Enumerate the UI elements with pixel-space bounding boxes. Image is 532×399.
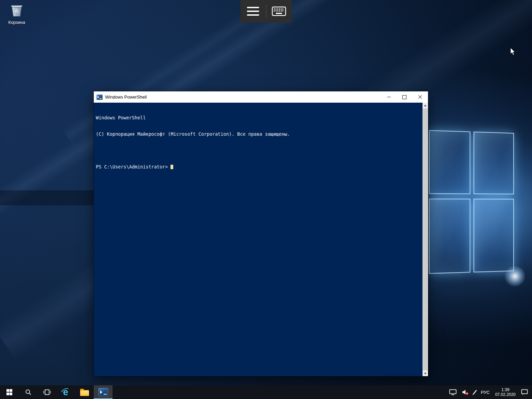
windows-logo-pane — [473, 132, 514, 194]
clock-time: 1:39 — [495, 387, 516, 392]
scroll-down-button[interactable] — [423, 371, 428, 376]
prompt-text: PS C:\Users\Administrator> — [96, 164, 168, 169]
start-button[interactable] — [0, 385, 19, 399]
language-indicator[interactable]: РУС — [481, 390, 490, 395]
console-line: (C) Корпорация Майкрософт (Microsoft Cor… — [96, 131, 420, 137]
console-scrollbar[interactable] — [423, 103, 428, 376]
action-center-button[interactable] — [521, 389, 528, 395]
taskbar: e РУС 1:39 07.02.2020 — [0, 385, 532, 399]
minimize-button[interactable] — [381, 91, 397, 103]
windows-logo — [429, 130, 516, 279]
volume-muted-icon — [462, 389, 469, 395]
prompt-line: PS C:\Users\Administrator> — [96, 164, 420, 169]
powershell-window: Windows PowerShell Windows PowerShell (C… — [94, 91, 428, 376]
recycle-bin-label: Корзина — [4, 20, 29, 25]
powershell-taskbar-icon — [99, 388, 108, 396]
windows-logo-flare — [504, 265, 526, 287]
windows-logo-pane — [429, 198, 470, 274]
console-toolbar — [240, 0, 292, 23]
windows-logo-pane — [473, 199, 514, 272]
powershell-titlebar[interactable]: Windows PowerShell — [94, 91, 428, 103]
folder-icon — [80, 390, 89, 396]
maximize-icon — [402, 95, 407, 99]
window-controls — [381, 91, 428, 103]
window-title: Windows PowerShell — [105, 94, 381, 100]
close-icon — [418, 95, 422, 99]
maximize-button[interactable] — [397, 91, 412, 103]
windows-start-icon — [6, 389, 13, 395]
search-button[interactable] — [19, 385, 38, 399]
clock-date: 07.02.2020 — [495, 392, 516, 397]
network-button[interactable] — [449, 389, 457, 395]
internet-explorer-icon: e — [61, 387, 71, 397]
scroll-up-button[interactable] — [423, 103, 428, 108]
file-explorer-button[interactable] — [75, 385, 94, 399]
menu-button[interactable] — [240, 0, 266, 23]
console-line: Windows PowerShell — [96, 115, 420, 120]
arrow-down-icon — [424, 373, 427, 374]
pen-icon — [473, 390, 477, 395]
recycle-bin[interactable]: Корзина — [4, 3, 29, 25]
internet-explorer-button[interactable]: e — [56, 385, 75, 399]
keyboard-icon — [272, 6, 286, 16]
pen-workspace-button[interactable] — [474, 389, 475, 395]
search-icon — [25, 389, 32, 396]
recycle-bin-icon — [9, 3, 25, 18]
windows-logo-pane — [429, 130, 470, 194]
action-center-icon — [521, 389, 528, 395]
text-cursor — [171, 165, 173, 169]
console-line — [96, 148, 420, 153]
scrollbar-thumb[interactable] — [423, 108, 428, 370]
console-output[interactable]: Windows PowerShell (C) Корпорация Майкро… — [94, 103, 423, 376]
minimize-icon — [387, 97, 391, 97]
taskbar-clock[interactable]: 1:39 07.02.2020 — [495, 387, 516, 397]
volume-button[interactable] — [462, 389, 469, 395]
hamburger-icon — [247, 4, 259, 18]
wallpaper-dark-band — [0, 190, 94, 205]
task-view-icon — [43, 389, 51, 395]
system-tray: РУС 1:39 07.02.2020 — [449, 385, 532, 399]
task-view-button[interactable] — [38, 385, 56, 399]
close-button[interactable] — [412, 91, 428, 103]
powershell-icon — [97, 94, 103, 100]
powershell-taskbar-button[interactable] — [94, 385, 113, 399]
network-icon — [449, 389, 457, 395]
arrow-up-icon — [424, 105, 427, 106]
keyboard-button[interactable] — [266, 0, 292, 23]
